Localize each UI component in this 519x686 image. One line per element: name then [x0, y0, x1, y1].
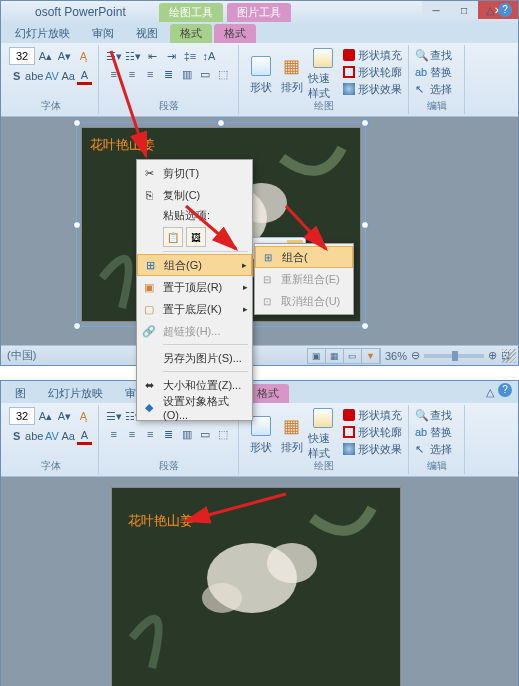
- tab-format-drawing[interactable]: 格式: [170, 24, 212, 43]
- grow-font-icon[interactable]: A▴: [37, 47, 54, 65]
- drawing-tools-tab[interactable]: 绘图工具: [159, 3, 223, 22]
- menu-save-as-picture[interactable]: 另存为图片(S)...: [137, 347, 252, 369]
- align-left-icon[interactable]: ≡: [105, 425, 122, 443]
- resize-handle-n[interactable]: [217, 119, 225, 127]
- reading-view-icon[interactable]: ▭: [344, 349, 362, 363]
- find-button[interactable]: 🔍查找: [415, 407, 458, 423]
- ribbon-collapse-icon[interactable]: △: [486, 386, 494, 399]
- replace-button[interactable]: ab替换: [415, 64, 458, 80]
- shape-outline-button[interactable]: 形状轮廓: [343, 64, 402, 80]
- numbering-icon[interactable]: ☷▾: [124, 47, 142, 65]
- menu-send-back[interactable]: ▢置于底层(K)▸: [137, 298, 252, 320]
- bullets-icon[interactable]: ☰▾: [105, 407, 123, 425]
- slide-canvas[interactable]: 花叶艳山姜: [1, 477, 518, 686]
- replace-button[interactable]: ab替换: [415, 424, 458, 440]
- menu-group[interactable]: ⊞组合(G)▸: [137, 254, 252, 276]
- shape-effects-button[interactable]: 形状效果: [343, 441, 402, 457]
- minimize-button[interactable]: ─: [422, 1, 450, 19]
- tab-view[interactable]: 视图: [126, 24, 168, 43]
- shape-effects-button[interactable]: 形状效果: [343, 81, 402, 97]
- resize-handle-sw[interactable]: [73, 322, 81, 330]
- align-center-icon[interactable]: ≡: [123, 425, 140, 443]
- decrease-indent-icon[interactable]: ⇤: [143, 47, 161, 65]
- menu-hyperlink[interactable]: 🔗超链接(H)...: [137, 320, 252, 342]
- char-spacing-icon[interactable]: AV: [44, 67, 59, 85]
- menu-bring-front[interactable]: ▣置于顶层(R)▸: [137, 276, 252, 298]
- increase-indent-icon[interactable]: ⇥: [162, 47, 180, 65]
- tab-picture-section[interactable]: 图: [5, 384, 36, 403]
- grow-font-icon[interactable]: A▴: [37, 407, 54, 425]
- find-button[interactable]: 🔍查找: [415, 47, 458, 63]
- select-button[interactable]: ↖选择: [415, 441, 458, 457]
- align-center-icon[interactable]: ≡: [123, 65, 140, 83]
- ribbon-collapse-icon[interactable]: △: [486, 4, 494, 17]
- resize-handle-nw[interactable]: [73, 119, 81, 127]
- submenu-group[interactable]: ⊞组合(: [255, 246, 353, 268]
- resize-handle-e[interactable]: [361, 221, 369, 229]
- help-icon[interactable]: ?: [498, 3, 512, 17]
- quick-styles-button[interactable]: 快速样式: [308, 47, 339, 101]
- maximize-button[interactable]: □: [450, 1, 478, 19]
- tab-slideshow[interactable]: 幻灯片放映: [5, 24, 80, 43]
- arrange-button[interactable]: ▦排列: [276, 47, 307, 101]
- tab-format-picture[interactable]: 格式: [247, 384, 289, 403]
- slideshow-view-icon[interactable]: ▼: [362, 349, 380, 363]
- slide-text-label[interactable]: 花叶艳山姜: [128, 512, 193, 530]
- slide-text-label[interactable]: 花叶艳山姜: [90, 136, 155, 154]
- shrink-font-icon[interactable]: A▾: [56, 407, 73, 425]
- tab-format-picture[interactable]: 格式: [214, 24, 256, 43]
- align-right-icon[interactable]: ≡: [142, 65, 159, 83]
- zoom-slider[interactable]: [424, 354, 484, 358]
- resize-handle-se[interactable]: [361, 322, 369, 330]
- font-color-icon[interactable]: A: [77, 67, 92, 85]
- font-size-input[interactable]: [9, 47, 35, 65]
- resize-handle-w[interactable]: [73, 221, 81, 229]
- text-shadow-icon[interactable]: S: [9, 67, 24, 85]
- clear-format-icon[interactable]: Ą: [75, 407, 92, 425]
- zoom-in-icon[interactable]: ⊕: [488, 349, 497, 362]
- normal-view-icon[interactable]: ▣: [308, 349, 326, 363]
- change-case-icon[interactable]: Aa: [61, 427, 76, 445]
- select-button[interactable]: ↖选择: [415, 81, 458, 97]
- font-color-icon[interactable]: A: [77, 427, 92, 445]
- justify-icon[interactable]: ≣: [160, 65, 177, 83]
- shape-fill-button[interactable]: 形状填充: [343, 47, 402, 63]
- align-text-icon[interactable]: ▭: [196, 65, 213, 83]
- zoom-out-icon[interactable]: ⊖: [411, 349, 420, 362]
- shape-outline-button[interactable]: 形状轮廓: [343, 424, 402, 440]
- align-right-icon[interactable]: ≡: [142, 425, 159, 443]
- smartart-icon[interactable]: ⬚: [215, 65, 232, 83]
- columns-icon[interactable]: ▥: [178, 425, 195, 443]
- change-case-icon[interactable]: Aa: [61, 67, 76, 85]
- bullets-icon[interactable]: ☰▾: [105, 47, 123, 65]
- strikethrough-icon[interactable]: abe: [25, 67, 43, 85]
- help-icon[interactable]: ?: [498, 383, 512, 397]
- align-left-icon[interactable]: ≡: [105, 65, 122, 83]
- arrange-button[interactable]: ▦排列: [276, 407, 307, 461]
- tab-slideshow[interactable]: 幻灯片放映: [38, 384, 113, 403]
- sorter-view-icon[interactable]: ▦: [326, 349, 344, 363]
- paste-option-2[interactable]: 🖼: [186, 227, 206, 247]
- picture-tools-tab[interactable]: 图片工具: [227, 3, 291, 22]
- shrink-font-icon[interactable]: A▾: [56, 47, 73, 65]
- resize-handle-ne[interactable]: [361, 119, 369, 127]
- smartart-icon[interactable]: ⬚: [215, 425, 232, 443]
- zoom-level[interactable]: 36%: [385, 350, 407, 362]
- text-shadow-icon[interactable]: S: [9, 427, 24, 445]
- resize-grip-icon[interactable]: [502, 349, 516, 363]
- quick-styles-button[interactable]: 快速样式: [308, 407, 339, 461]
- char-spacing-icon[interactable]: AV: [44, 427, 59, 445]
- menu-cut[interactable]: ✂剪切(T): [137, 162, 252, 184]
- paste-option-1[interactable]: 📋: [163, 227, 183, 247]
- line-spacing-icon[interactable]: ‡≡: [181, 47, 199, 65]
- slide[interactable]: 花叶艳山姜: [111, 487, 401, 686]
- text-direction-icon[interactable]: ↕A: [200, 47, 218, 65]
- menu-format-object[interactable]: ◆设置对象格式(O)...: [137, 396, 252, 418]
- columns-icon[interactable]: ▥: [178, 65, 195, 83]
- font-size-input[interactable]: [9, 407, 35, 425]
- tab-review[interactable]: 审阅: [82, 24, 124, 43]
- strikethrough-icon[interactable]: abe: [25, 427, 43, 445]
- justify-icon[interactable]: ≣: [160, 425, 177, 443]
- shapes-button[interactable]: 形状: [245, 47, 276, 101]
- clear-format-icon[interactable]: Ą: [75, 47, 92, 65]
